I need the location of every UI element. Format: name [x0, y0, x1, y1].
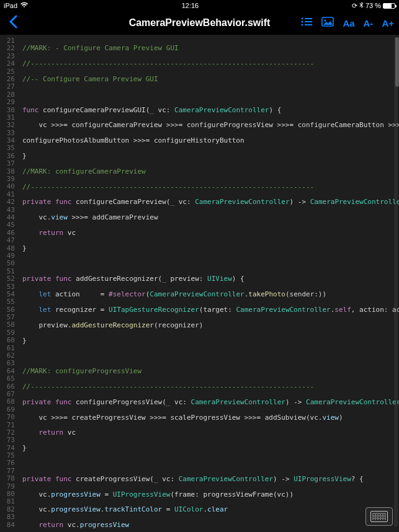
status-bar: iPad 12:16 ⟳ 73 %	[0, 0, 399, 11]
svg-point-4	[302, 24, 303, 25]
svg-point-7	[325, 19, 326, 21]
svg-rect-1	[305, 18, 312, 19]
battery-icon	[383, 3, 395, 9]
battery-pct: 73 %	[365, 2, 381, 9]
back-button[interactable]	[5, 14, 21, 32]
code-content[interactable]: //MARK: - Configure Camera Preview GUI /…	[19, 35, 399, 532]
code-editor[interactable]: 2122232425262728293031323334353637383940…	[0, 35, 399, 532]
outline-icon[interactable]	[300, 17, 313, 30]
wifi-icon	[20, 2, 29, 9]
font-decrease[interactable]: A-	[364, 18, 374, 29]
device-label: iPad	[4, 2, 17, 9]
svg-rect-5	[305, 24, 312, 25]
nav-bar: CameraPreviewBehavior.swift Aa A- A+	[0, 11, 399, 35]
keyboard-button[interactable]	[365, 507, 393, 526]
font-toggle[interactable]: Aa	[343, 18, 354, 29]
line-gutter: 2122232425262728293031323334353637383940…	[0, 35, 19, 532]
image-icon[interactable]	[321, 17, 334, 30]
font-increase[interactable]: A+	[382, 18, 394, 29]
orientation-lock-icon: ⟳	[352, 2, 357, 10]
keyboard-icon	[370, 511, 388, 522]
svg-point-0	[302, 17, 303, 19]
svg-rect-3	[305, 21, 312, 22]
svg-point-2	[302, 20, 303, 22]
bluetooth-icon	[359, 2, 364, 10]
scrollbar-track[interactable]	[394, 37, 398, 527]
clock: 12:16	[182, 2, 199, 9]
scrollbar-thumb[interactable]	[395, 37, 399, 87]
